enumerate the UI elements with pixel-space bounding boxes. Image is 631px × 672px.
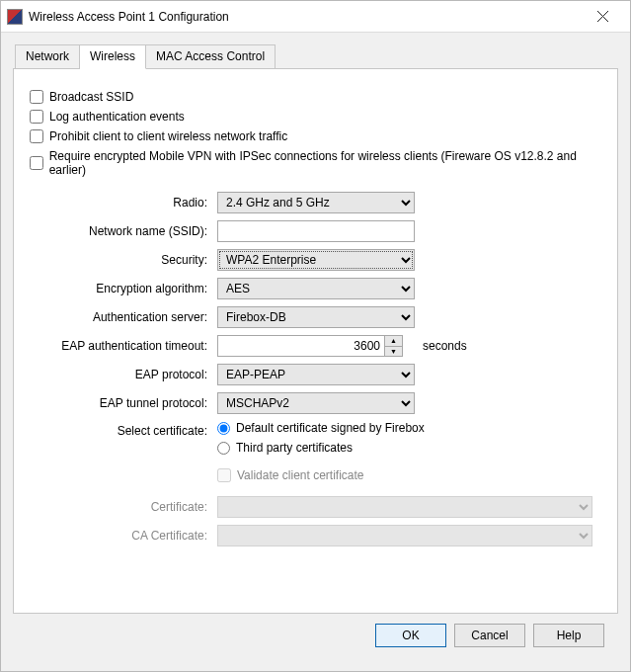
- cancel-button[interactable]: Cancel: [454, 624, 525, 647]
- broadcast-ssid-checkbox[interactable]: [30, 90, 43, 104]
- eap-timeout-unit: seconds: [423, 339, 467, 353]
- validate-client-label: Validate client certificate: [237, 468, 364, 482]
- eap-protocol-select[interactable]: EAP-PEAP: [217, 364, 415, 385]
- window: Wireless Access Point 1 Configuration Ne…: [0, 0, 631, 672]
- tab-mac-access[interactable]: MAC Access Control: [146, 44, 276, 69]
- validate-client-row: Validate client certificate: [217, 468, 601, 482]
- titlebar: Wireless Access Point 1 Configuration: [1, 1, 630, 33]
- auth-server-label: Authentication server:: [30, 310, 217, 324]
- certificate-label: Certificate:: [30, 500, 217, 514]
- eap-timeout-input[interactable]: [217, 335, 385, 357]
- validate-client-checkbox: [217, 468, 231, 482]
- tab-network[interactable]: Network: [15, 44, 80, 69]
- prohibit-client-row[interactable]: Prohibit client to client wireless netwo…: [30, 126, 601, 146]
- cert-default-label: Default certificate signed by Firebox: [236, 421, 425, 435]
- close-button[interactable]: [583, 3, 622, 31]
- cert-default-radio[interactable]: [217, 422, 230, 435]
- tab-wireless[interactable]: Wireless: [80, 44, 146, 69]
- help-button[interactable]: Help: [533, 624, 604, 647]
- log-auth-checkbox[interactable]: [30, 110, 43, 124]
- eap-protocol-label: EAP protocol:: [30, 368, 217, 381]
- app-icon: [7, 9, 23, 25]
- button-row: OK Cancel Help: [13, 614, 618, 661]
- cert-grid: Certificate: CA Certificate:: [30, 496, 601, 546]
- spinner-up-icon[interactable]: ▲: [385, 336, 402, 346]
- encryption-select[interactable]: AES: [217, 278, 415, 299]
- select-cert-label: Select certificate:: [30, 421, 217, 438]
- eap-tunnel-label: EAP tunnel protocol:: [30, 396, 217, 410]
- tabstrip: Network Wireless MAC Access Control: [15, 44, 618, 69]
- log-auth-row[interactable]: Log authentication events: [30, 107, 601, 126]
- ok-button[interactable]: OK: [375, 624, 446, 647]
- require-vpn-row[interactable]: Require encrypted Mobile VPN with IPSec …: [30, 146, 601, 180]
- log-auth-label: Log authentication events: [49, 110, 185, 124]
- broadcast-ssid-label: Broadcast SSID: [49, 90, 133, 104]
- prohibit-client-checkbox[interactable]: [30, 129, 43, 143]
- broadcast-ssid-row[interactable]: Broadcast SSID: [30, 87, 601, 107]
- ssid-label: Network name (SSID):: [30, 224, 217, 238]
- security-select[interactable]: WPA2 Enterprise: [217, 249, 415, 271]
- cert-third-row[interactable]: Third party certificates: [217, 441, 601, 455]
- require-vpn-checkbox[interactable]: [30, 156, 43, 170]
- eap-timeout-spinner: ▲ ▼: [217, 335, 403, 357]
- cert-third-radio[interactable]: [217, 442, 230, 455]
- auth-server-select[interactable]: Firebox-DB: [217, 306, 415, 328]
- radio-select[interactable]: 2.4 GHz and 5 GHz: [217, 192, 415, 213]
- ca-certificate-select: [217, 525, 592, 546]
- client-area: Network Wireless MAC Access Control Broa…: [1, 33, 630, 671]
- form-grid: Radio: 2.4 GHz and 5 GHz Network name (S…: [30, 192, 601, 482]
- ssid-input[interactable]: [217, 220, 415, 242]
- cert-default-row[interactable]: Default certificate signed by Firebox: [217, 421, 601, 435]
- close-icon: [597, 11, 608, 22]
- cert-radio-group: Default certificate signed by Firebox Th…: [217, 421, 601, 482]
- security-label: Security:: [30, 253, 217, 267]
- encryption-label: Encryption algorithm:: [30, 282, 217, 295]
- radio-label: Radio:: [30, 196, 217, 210]
- eap-tunnel-select[interactable]: MSCHAPv2: [217, 392, 415, 414]
- require-vpn-label: Require encrypted Mobile VPN with IPSec …: [49, 149, 601, 177]
- cert-third-label: Third party certificates: [236, 441, 353, 455]
- eap-timeout-arrows: ▲ ▼: [385, 335, 403, 357]
- window-title: Wireless Access Point 1 Configuration: [29, 10, 583, 24]
- eap-timeout-label: EAP authentication timeout:: [30, 339, 217, 353]
- prohibit-client-label: Prohibit client to client wireless netwo…: [49, 129, 287, 143]
- checkbox-group: Broadcast SSID Log authentication events…: [30, 87, 601, 180]
- spinner-down-icon[interactable]: ▼: [385, 346, 402, 357]
- ca-certificate-label: CA Certificate:: [30, 529, 217, 543]
- tabpanel-wireless: Broadcast SSID Log authentication events…: [13, 68, 618, 614]
- certificate-select: [217, 496, 592, 518]
